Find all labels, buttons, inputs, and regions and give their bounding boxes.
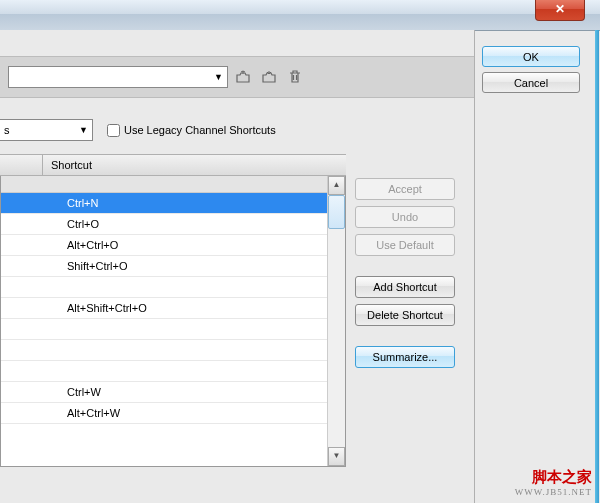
legacy-label: Use Legacy Channel Shortcuts xyxy=(124,124,276,136)
table-row[interactable] xyxy=(1,319,345,340)
table-row[interactable] xyxy=(1,340,345,361)
ok-button[interactable]: OK xyxy=(482,46,580,67)
cancel-button[interactable]: Cancel xyxy=(482,72,580,93)
delete-shortcut-button[interactable]: Delete Shortcut xyxy=(355,304,455,326)
chevron-down-icon: ▼ xyxy=(214,72,223,82)
summarize-button[interactable]: Summarize... xyxy=(355,346,455,368)
chevron-down-icon: ▼ xyxy=(79,125,88,135)
table-row[interactable] xyxy=(1,361,345,382)
legacy-checkbox-row[interactable]: Use Legacy Channel Shortcuts xyxy=(107,124,276,137)
table-row[interactable]: Ctrl+W xyxy=(1,382,345,403)
add-shortcut-button[interactable]: Add Shortcut xyxy=(355,276,455,298)
watermark: 脚本之家 WWW.JB51.NET xyxy=(515,468,592,497)
options-row: s ▼ Use Legacy Channel Shortcuts xyxy=(0,118,474,142)
set-toolbar: ▼ xyxy=(0,56,474,98)
table-row[interactable]: Alt+Ctrl+O xyxy=(1,235,345,256)
table-body: Ctrl+N Ctrl+O Alt+Ctrl+O Shift+Ctrl+O Al… xyxy=(0,176,346,467)
scroll-thumb[interactable] xyxy=(328,195,345,229)
scroll-up-icon[interactable]: ▲ xyxy=(328,176,345,195)
shortcut-table: Shortcut Ctrl+N Ctrl+O Alt+Ctrl+O Shift+… xyxy=(0,154,346,467)
table-row[interactable]: Ctrl+N xyxy=(1,193,345,214)
use-default-button: Use Default xyxy=(355,234,455,256)
shortcuts-for-dropdown[interactable]: s ▼ xyxy=(0,119,93,141)
undo-button: Undo xyxy=(355,206,455,228)
vertical-scrollbar[interactable]: ▲ ▼ xyxy=(327,176,345,466)
new-set-icon[interactable] xyxy=(232,66,254,88)
table-row[interactable]: Alt+Ctrl+W xyxy=(1,403,345,424)
delete-set-icon[interactable] xyxy=(284,66,306,88)
legacy-checkbox[interactable] xyxy=(107,124,120,137)
table-row[interactable]: Ctrl+O xyxy=(1,214,345,235)
watermark-title: 脚本之家 xyxy=(515,468,592,487)
action-buttons: Accept Undo Use Default Add Shortcut Del… xyxy=(355,178,461,374)
table-header: Shortcut xyxy=(0,155,346,176)
window-close-button[interactable]: ✕ xyxy=(535,0,585,21)
dropdown2-value: s xyxy=(4,124,10,136)
set-dropdown[interactable]: ▼ xyxy=(8,66,228,88)
save-set-icon[interactable] xyxy=(258,66,280,88)
scroll-down-icon[interactable]: ▼ xyxy=(328,447,345,466)
watermark-url: WWW.JB51.NET xyxy=(515,487,592,497)
table-header-command[interactable] xyxy=(0,155,43,175)
window-edge xyxy=(595,30,599,503)
dialog-buttons: OK Cancel xyxy=(482,46,592,98)
table-row[interactable]: Shift+Ctrl+O xyxy=(1,256,345,277)
table-row[interactable] xyxy=(1,176,345,193)
accept-button: Accept xyxy=(355,178,455,200)
table-header-shortcut[interactable]: Shortcut xyxy=(43,155,346,175)
table-row[interactable]: Alt+Shift+Ctrl+O xyxy=(1,298,345,319)
window-titlebar: ✕ xyxy=(0,0,600,31)
close-icon: ✕ xyxy=(555,2,565,16)
table-row[interactable] xyxy=(1,277,345,298)
